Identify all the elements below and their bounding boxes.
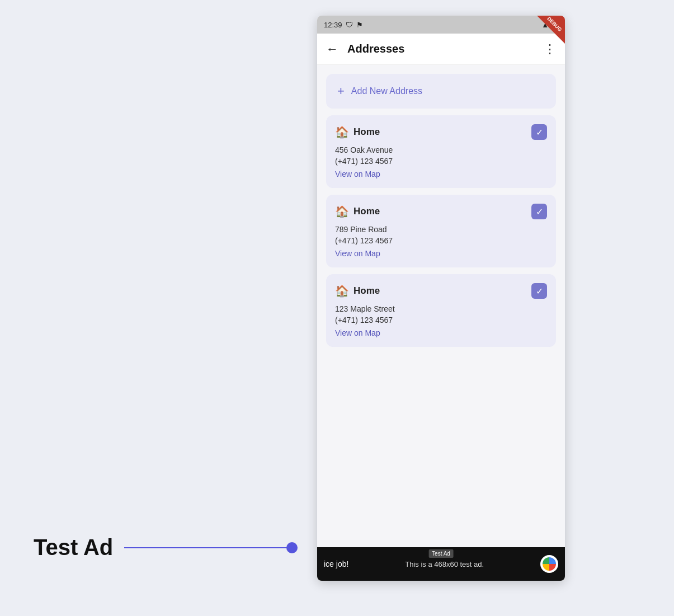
address-phone-1: (+471) 123 4567 [335,157,547,166]
ad-logo [540,555,558,573]
ad-logo-inner [543,557,556,571]
address-card-1-left: 🏠 Home [335,125,380,139]
address-card-3-header: 🏠 Home ✓ [335,283,547,299]
home-icon-3: 🏠 [335,284,349,298]
address-card-3-left: 🏠 Home [335,284,380,298]
check-icon-3[interactable]: ✓ [531,283,547,299]
address-type-1: Home [354,126,380,138]
view-on-map-2[interactable]: View on Map [335,249,380,258]
address-card-2[interactable]: 🏠 Home ✓ 789 Pine Road (+471) 123 4567 V… [326,195,556,267]
check-icon-1[interactable]: ✓ [531,124,547,140]
add-address-label: Add New Address [351,86,422,96]
shield-icon: 🛡 [346,21,353,29]
home-icon-2: 🏠 [335,205,349,218]
page-title: Addresses [347,43,544,55]
test-ad-label: Test Ad [34,535,113,560]
phone-frame: DEBUG 12:39 🛡 ⚑ ▲ ▲ ← Addresses ⋮ + Add … [317,16,565,581]
app-bar: ← Addresses ⋮ [317,34,565,65]
home-icon-1: 🏠 [335,125,349,139]
status-bar: 12:39 🛡 ⚑ ▲ ▲ [317,16,565,34]
address-phone-2: (+471) 123 4567 [335,236,547,245]
address-card-2-header: 🏠 Home ✓ [335,204,547,219]
view-on-map-3[interactable]: View on Map [335,328,380,337]
address-type-3: Home [354,285,380,297]
ad-label: Test Ad [428,549,454,558]
address-phone-3: (+471) 123 4567 [335,316,547,325]
add-address-button[interactable]: + Add New Address [326,74,556,109]
content-area: + Add New Address 🏠 Home ✓ 456 Oak Avenu… [317,65,565,547]
more-button[interactable]: ⋮ [544,42,556,57]
address-street-1: 456 Oak Avenue [335,145,547,154]
address-street-3: 123 Maple Street [335,304,547,313]
test-ad-line [124,547,292,548]
back-button[interactable]: ← [326,42,338,57]
address-card-1-header: 🏠 Home ✓ [335,124,547,140]
ad-description: This is a 468x60 test ad. [353,560,536,568]
status-bar-left: 12:39 🛡 ⚑ [324,21,363,29]
ad-bar: Test Ad ice job! This is a 468x60 test a… [317,547,565,581]
address-card-2-left: 🏠 Home [335,205,380,218]
address-street-2: 789 Pine Road [335,225,547,234]
test-ad-dot [286,542,298,553]
test-ad-section: Test Ad [34,535,292,560]
address-card-1[interactable]: 🏠 Home ✓ 456 Oak Avenue (+471) 123 4567 … [326,115,556,188]
view-on-map-1[interactable]: View on Map [335,170,380,178]
address-type-2: Home [354,206,380,217]
flag-icon: ⚑ [356,21,363,29]
check-icon-2[interactable]: ✓ [531,204,547,219]
plus-icon: + [337,84,345,98]
status-time: 12:39 [324,21,342,29]
ad-nice-job: ice job! [324,559,348,568]
address-card-3[interactable]: 🏠 Home ✓ 123 Maple Street (+471) 123 456… [326,274,556,347]
